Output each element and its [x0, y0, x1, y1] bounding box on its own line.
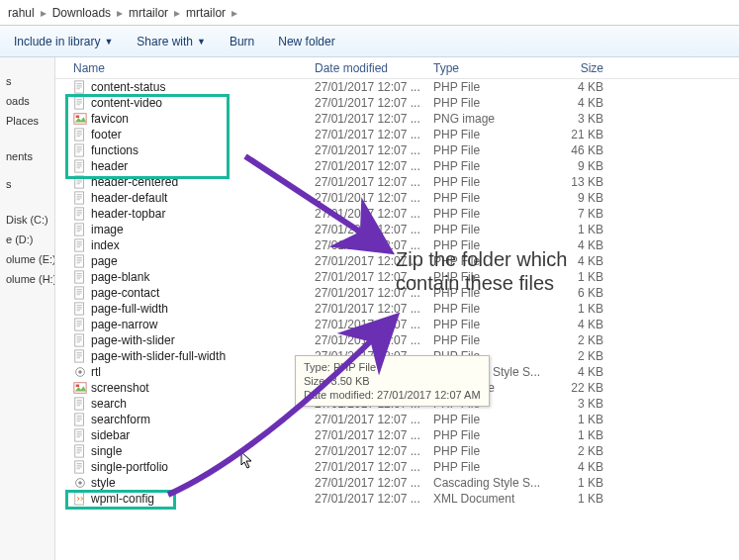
file-row[interactable]: sidebar27/01/2017 12:07 ...PHP File1 KB: [55, 427, 739, 443]
file-name: single: [91, 444, 122, 458]
file-icon: [73, 143, 87, 157]
file-name: image: [91, 223, 124, 236]
sidebar-item[interactable]: Disk (C:): [0, 210, 54, 230]
burn-button[interactable]: Burn: [230, 35, 254, 48]
col-type[interactable]: Type: [433, 61, 542, 75]
crumb-3[interactable]: mrtailor: [182, 6, 230, 20]
file-row[interactable]: page-contact27/01/2017 12:07 ...PHP File…: [55, 285, 739, 301]
tooltip-type: Type: PHP File: [304, 360, 481, 374]
file-size: 4 KB: [542, 96, 621, 110]
file-row[interactable]: content-video27/01/2017 12:07 ...PHP Fil…: [55, 95, 739, 111]
file-size: 4 KB: [542, 365, 621, 379]
svg-rect-11: [76, 116, 80, 119]
svg-point-117: [78, 481, 82, 485]
file-row[interactable]: functions27/01/2017 12:07 ...PHP File46 …: [55, 142, 739, 158]
sidebar-item[interactable]: [0, 139, 54, 146]
file-size: 46 KB: [542, 143, 621, 157]
file-row[interactable]: header-topbar27/01/2017 12:07 ...PHP Fil…: [55, 206, 739, 222]
sidebar-item[interactable]: olume (E:): [0, 249, 54, 269]
sidebar-item[interactable]: olume (H:): [0, 269, 54, 289]
sidebar-item[interactable]: [0, 166, 54, 174]
col-size[interactable]: Size: [542, 61, 621, 75]
sidebar-item[interactable]: nents: [0, 146, 54, 166]
breadcrumb[interactable]: rahul▸ Downloads▸ mrtailor▸ mrtailor▸: [0, 0, 739, 26]
crumb-2[interactable]: mrtailor: [125, 6, 172, 20]
sidebar-item[interactable]: [0, 194, 54, 202]
file-row[interactable]: single27/01/2017 12:07 ...PHP File2 KB: [55, 443, 739, 459]
file-row[interactable]: index27/01/2017 12:07 ...PHP File4 KB: [55, 237, 739, 253]
file-icon: [73, 349, 87, 363]
include-in-library-button[interactable]: Include in library▼: [14, 35, 113, 48]
file-row[interactable]: page-narrow27/01/2017 12:07 ...PHP File4…: [55, 317, 739, 332]
file-row[interactable]: footer27/01/2017 12:07 ...PHP File21 KB: [55, 127, 739, 142]
file-icon: [73, 159, 87, 173]
file-date: 27/01/2017 12:07 ...: [315, 128, 433, 141]
file-type: Cascading Style S...: [433, 476, 542, 490]
file-date: 27/01/2017 12:07 ...: [315, 476, 433, 490]
file-icon: [73, 381, 87, 395]
col-name[interactable]: Name: [73, 61, 315, 75]
file-row[interactable]: page-with-slider27/01/2017 12:07 ...PHP …: [55, 332, 739, 348]
file-date: 27/01/2017 12:07 ...: [315, 254, 433, 268]
file-name: screenshot: [91, 381, 149, 395]
file-name: rtl: [91, 365, 101, 379]
file-name: page-contact: [91, 286, 159, 300]
file-icon: [73, 207, 87, 221]
file-row[interactable]: wpml-config27/01/2017 12:07 ...XML Docum…: [55, 491, 739, 507]
file-row[interactable]: single-portfolio27/01/2017 12:07 ...PHP …: [55, 459, 739, 475]
file-row[interactable]: content-status27/01/2017 12:07 ...PHP Fi…: [55, 79, 739, 95]
file-type: PHP File: [433, 318, 542, 331]
file-row[interactable]: header-default27/01/2017 12:07 ...PHP Fi…: [55, 190, 739, 206]
file-row[interactable]: page-full-width27/01/2017 12:07 ...PHP F…: [55, 301, 739, 317]
file-size: 6 KB: [542, 286, 621, 300]
share-with-button[interactable]: Share with▼: [137, 35, 206, 48]
file-name: searchform: [91, 413, 150, 426]
col-date[interactable]: Date modified: [315, 61, 433, 75]
file-icon: [73, 444, 87, 458]
sidebar-item[interactable]: [0, 202, 54, 210]
file-row[interactable]: page-blank27/01/2017 12:07 ...PHP File1 …: [55, 269, 739, 285]
file-icon: [73, 223, 87, 236]
sidebar-item[interactable]: e (D:): [0, 230, 54, 249]
file-size: 1 KB: [542, 302, 621, 316]
file-name: single-portfolio: [91, 460, 168, 474]
file-row[interactable]: searchform27/01/2017 12:07 ...PHP File1 …: [55, 412, 739, 427]
file-type: PHP File: [433, 238, 542, 252]
file-row[interactable]: header27/01/2017 12:07 ...PHP File9 KB: [55, 158, 739, 174]
file-size: 4 KB: [542, 318, 621, 331]
file-row[interactable]: style27/01/2017 12:07 ...Cascading Style…: [55, 475, 739, 491]
file-size: 4 KB: [542, 254, 621, 268]
new-folder-button[interactable]: New folder: [278, 35, 334, 48]
nav-sidebar[interactable]: soadsPlacesnentssDisk (C:)e (D:)olume (E…: [0, 57, 55, 560]
file-size: 3 KB: [542, 397, 621, 411]
file-date: 27/01/2017 12:07 ...: [315, 112, 433, 126]
caret-down-icon: ▼: [104, 37, 113, 47]
file-size: 1 KB: [542, 223, 621, 236]
file-row[interactable]: header-centered27/01/2017 12:07 ...PHP F…: [55, 174, 739, 190]
file-icon: [73, 397, 87, 411]
sidebar-item[interactable]: s: [0, 71, 54, 91]
crumb-1[interactable]: Downloads: [48, 6, 115, 20]
file-name: header: [91, 159, 128, 173]
file-row[interactable]: favicon27/01/2017 12:07 ...PNG image3 KB: [55, 111, 739, 127]
sidebar-item[interactable]: s: [0, 174, 54, 194]
file-type: PHP File: [433, 143, 542, 157]
sidebar-item[interactable]: [0, 131, 54, 139]
sidebar-item[interactable]: [0, 63, 54, 71]
file-icon: [73, 80, 87, 94]
file-row[interactable]: page27/01/2017 12:07 ...PHP File4 KB: [55, 253, 739, 269]
toolbar: Include in library▼ Share with▼ Burn New…: [0, 26, 739, 57]
file-icon: [73, 302, 87, 316]
file-name: header-default: [91, 191, 167, 205]
crumb-0[interactable]: rahul: [4, 6, 39, 20]
file-date: 27/01/2017 12:07 ...: [315, 286, 433, 300]
sidebar-item[interactable]: oads: [0, 91, 54, 111]
file-row[interactable]: image27/01/2017 12:07 ...PHP File1 KB: [55, 222, 739, 237]
file-name: page-blank: [91, 270, 149, 284]
sidebar-item[interactable]: Places: [0, 111, 54, 131]
column-headers[interactable]: Name Date modified Type Size: [55, 57, 739, 79]
file-size: 1 KB: [542, 270, 621, 284]
file-type: PHP File: [433, 128, 542, 141]
file-name: functions: [91, 143, 139, 157]
file-icon: [73, 460, 87, 474]
